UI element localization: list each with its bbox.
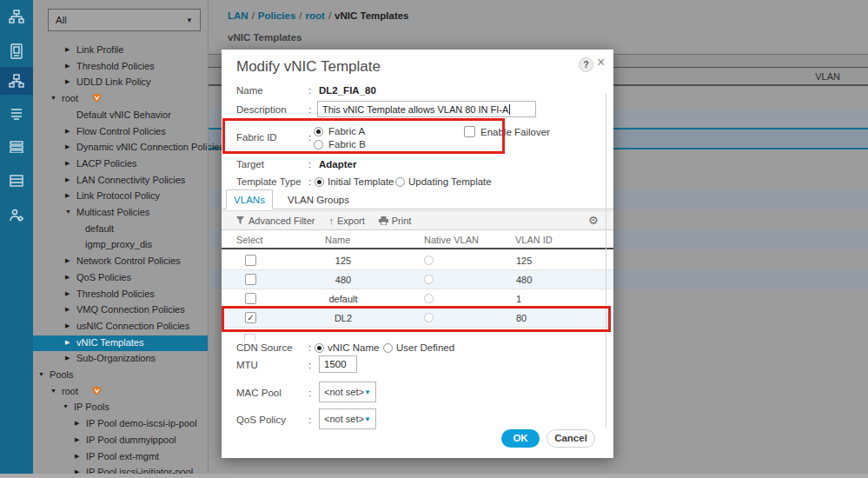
tree-item-label: QoS Policies (76, 272, 131, 282)
vlan-table-row[interactable]: 480 480 (222, 270, 613, 289)
tree-item[interactable]: ▶ Dynamic vNIC Connection Policies (33, 140, 209, 156)
tree-item[interactable]: ▶ usNIC Connection Policies (33, 319, 209, 335)
expand-arrow-icon[interactable]: ▶ (65, 355, 70, 362)
row-select-checkbox[interactable] (245, 255, 256, 266)
equipment-icon[interactable] (0, 0, 33, 33)
vlan-table-row[interactable]: ✓ DL2 80 (222, 309, 613, 328)
expand-arrow-icon[interactable]: ▼ (63, 403, 69, 409)
servers-icon[interactable] (0, 35, 33, 68)
tree-item[interactable]: ▶ Threshold Policies (33, 287, 209, 302)
breadcrumb-link-root[interactable]: root (306, 10, 325, 21)
tree-item[interactable]: ▼ Multicast Policies (33, 205, 209, 221)
expand-arrow-icon[interactable]: ▶ (65, 274, 70, 281)
expand-arrow-icon[interactable]: ▶ (65, 160, 70, 167)
cancel-button[interactable]: Cancel (547, 429, 595, 448)
enable-failover-checkbox[interactable] (464, 126, 475, 137)
expand-arrow-icon[interactable]: ▶ (65, 78, 70, 85)
tree-item[interactable]: ▶ Threshold Policies (33, 59, 209, 75)
expand-arrow-icon[interactable]: ▼ (65, 209, 71, 215)
tree-item[interactable]: ▶ IP Pool ext-mgmt (33, 449, 209, 465)
mac-pool-dropdown[interactable]: <not set> ▼ (319, 382, 376, 402)
help-icon[interactable]: ? (579, 57, 593, 72)
tree-item[interactable]: ▶ vNIC Templates (33, 335, 209, 351)
expand-arrow-icon[interactable]: ▼ (50, 388, 56, 394)
native-vlan-radio[interactable] (424, 294, 434, 303)
tab-vlan-groups[interactable]: VLAN Groups (282, 189, 354, 209)
expand-arrow-icon[interactable]: ▶ (65, 290, 70, 297)
tree-item[interactable]: ▶ VMQ Connection Policies (33, 302, 209, 318)
vlan-name: 125 (317, 256, 369, 266)
tree-item[interactable]: ▶ QoS Policies (33, 270, 209, 286)
dialog-scrollbar[interactable] (606, 93, 606, 428)
tree-item[interactable]: ▶ IP Pool demo-iscsi-ip-pool (33, 416, 209, 432)
expand-arrow-icon[interactable]: ▶ (65, 176, 70, 183)
mtu-input[interactable]: 1500 (319, 355, 357, 373)
admin-icon[interactable] (0, 199, 33, 232)
tree-item[interactable]: ▶ LAN Connectivity Policies (33, 173, 209, 189)
tree-item[interactable]: ▶ Flow Control Policies (33, 124, 209, 140)
tab-vlans[interactable]: VLANs (226, 189, 273, 209)
breadcrumb-link-lan[interactable]: LAN (228, 10, 248, 21)
expand-arrow-icon[interactable]: ▶ (65, 322, 70, 329)
tree-item[interactable]: ▶ Link Protocol Policy (33, 189, 209, 204)
row-select-checkbox[interactable] (245, 293, 256, 304)
native-vlan-radio[interactable] (424, 313, 434, 322)
tree-item[interactable]: ▼ root (33, 384, 209, 400)
vlan-id: 80 (516, 313, 527, 323)
initial-template-radio[interactable] (315, 177, 324, 187)
expand-arrow-icon[interactable]: ▶ (65, 306, 70, 313)
tree-item[interactable]: ▶ Link Profile (33, 43, 209, 58)
print-button[interactable]: Print (379, 216, 412, 226)
tree-item[interactable]: ▶ LACP Policies (33, 156, 209, 172)
expand-arrow-icon[interactable]: ▶ (65, 339, 70, 346)
bottom-scroll-strip[interactable] (0, 474, 868, 478)
lan-icon[interactable] (0, 67, 33, 95)
storage-icon[interactable] (0, 164, 33, 197)
expand-arrow-icon[interactable]: ▶ (65, 63, 70, 70)
qos-policy-dropdown[interactable]: <not set> ▼ (319, 408, 376, 429)
advanced-filter-button[interactable]: Advanced Filter (236, 216, 315, 226)
expand-arrow-icon[interactable]: ▶ (65, 128, 70, 135)
description-input[interactable]: This vNIC Template allows VLAN 80 IN FI-… (317, 101, 536, 117)
expand-arrow-icon[interactable]: ▶ (65, 257, 70, 264)
native-vlan-radio[interactable] (424, 275, 434, 284)
san-icon[interactable] (0, 97, 33, 130)
close-icon[interactable]: × (597, 55, 605, 70)
fabric-a-radio[interactable] (314, 127, 323, 136)
expand-arrow-icon[interactable]: ▶ (65, 192, 70, 199)
tree-item[interactable]: ▶ UDLD Link Policy (33, 75, 209, 90)
cdn-user-defined-radio[interactable] (383, 343, 393, 353)
ok-button[interactable]: OK (501, 429, 540, 448)
fabric-b-radio[interactable] (314, 140, 323, 149)
native-vlan-radio[interactable] (424, 256, 434, 265)
tree-item[interactable]: igmp_proxy_dis (33, 237, 209, 253)
tree-item[interactable]: ▶ Network Control Policies (33, 254, 209, 269)
expand-arrow-icon[interactable]: ▶ (65, 46, 70, 53)
tree-item[interactable]: ▼ root (33, 91, 209, 107)
gear-icon[interactable]: ⚙ (588, 214, 599, 227)
expand-arrow-icon[interactable]: ▶ (75, 420, 79, 427)
row-select-checkbox[interactable]: ✓ (245, 312, 256, 323)
cdn-vnic-name-radio[interactable] (315, 343, 324, 353)
expand-arrow-icon[interactable]: ▶ (75, 453, 79, 460)
tree-item[interactable]: default (33, 222, 209, 237)
vm-icon[interactable] (0, 130, 33, 163)
nav-filter-dropdown[interactable]: All ▼ (48, 9, 201, 31)
tree-item[interactable]: Default vNIC Behavior (33, 108, 209, 123)
expand-arrow-icon[interactable]: ▶ (65, 143, 70, 150)
mac-pool-label: MAC Pool (236, 388, 282, 398)
expand-arrow-icon[interactable]: ▶ (75, 436, 79, 443)
tree-item[interactable]: ▼ IP Pools (33, 400, 209, 415)
tree-item-label: Network Control Policies (76, 256, 181, 266)
tree-item[interactable]: ▼ Pools (33, 368, 209, 383)
row-select-checkbox[interactable] (245, 274, 256, 285)
tree-item[interactable]: ▶ Sub-Organizations (33, 351, 209, 367)
expand-arrow-icon[interactable]: ▼ (38, 371, 44, 377)
vlan-table-row[interactable]: default 1 (222, 289, 613, 309)
vlan-table-row[interactable]: 125 125 (222, 251, 613, 270)
breadcrumb-link-policies[interactable]: Policies (258, 10, 295, 21)
expand-arrow-icon[interactable]: ▼ (50, 95, 56, 101)
updating-template-radio[interactable] (395, 177, 405, 187)
export-button[interactable]: ↑ Export (328, 216, 364, 226)
tree-item[interactable]: ▶ IP Pool dummyippool (33, 433, 209, 448)
